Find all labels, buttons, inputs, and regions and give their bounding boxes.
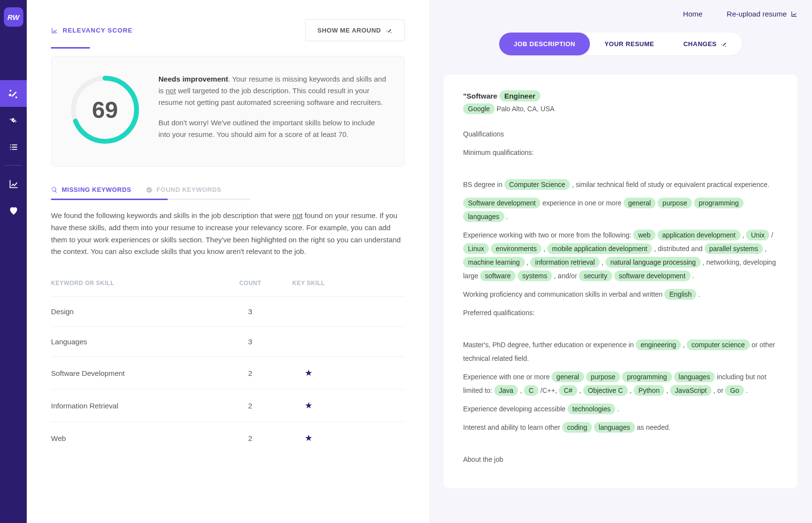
right-panel: Home Re-upload resume JOB DESCRIPTION YO… [429,0,812,523]
cell-keyword: Languages [51,337,221,346]
sidebar: RW [0,0,27,523]
cell-key-skill: ★ [279,433,338,443]
magic-wand-icon [8,88,19,99]
list-icon [8,142,19,152]
header-count: COUNT [221,280,279,287]
right-tabs: JOB DESCRIPTION YOUR RESUME CHANGES [444,33,797,55]
keyword-table-body: Design3Languages3Software Development2★I… [51,296,405,454]
cell-keyword: Design [51,307,221,316]
search-icon [51,186,58,193]
section-title: RELEVANCY SCORE [51,27,133,34]
wand-icon [386,27,393,34]
cell-count: 3 [221,337,279,346]
star-icon: ★ [305,368,312,378]
tab-found-keywords[interactable]: FOUND KEYWORDS [146,186,221,200]
tab-changes-label: CHANGES [683,40,717,48]
tab-found-label: FOUND KEYWORDS [156,186,221,193]
reupload-label: Re-upload resume [727,10,787,18]
table-row[interactable]: Software Development2★ [51,356,405,389]
jd-min-qualifications: Minimum qualifications: [463,146,778,159]
score-advice: But don't worry! We've outlined the impo… [158,117,387,140]
keyword-description: We found the following keywords and skil… [51,210,405,258]
nav-favorites[interactable] [0,197,27,224]
show-me-around-button[interactable]: SHOW ME AROUND [305,19,405,41]
tour-btn-label: SHOW ME AROUND [317,27,381,34]
score-card: 69 Needs improvement. Your resume is mis… [51,56,405,167]
logo[interactable]: RW [4,7,23,27]
jd-pref-qualifications: Preferred qualifications: [463,306,778,320]
tab-missing-label: MISSING KEYWORDS [62,186,131,193]
tab-missing-keywords[interactable]: MISSING KEYWORDS [51,186,131,200]
reupload-link[interactable]: Re-upload resume [727,10,797,18]
keyword-tabs: MISSING KEYWORDS FOUND KEYWORDS [51,186,405,200]
star-icon: ★ [305,401,312,410]
home-link[interactable]: Home [683,10,703,18]
score-text: Needs improvement. Your resume is missin… [158,73,387,149]
table-row[interactable]: Design3 [51,296,405,326]
score-value: 69 [69,73,141,146]
jd-qualifications-heading: Qualifications [463,127,778,141]
left-panel: RELEVANCY SCORE SHOW ME AROUND 69 Needs … [27,0,429,523]
header-keyword: KEYWORD OR SKILL [51,280,221,287]
table-row[interactable]: Web2★ [51,422,405,454]
heart-icon [8,205,19,216]
cell-count: 2 [221,369,279,377]
cell-count: 3 [221,307,279,316]
check-circle-icon [146,186,153,193]
jd-body: Qualifications Minimum qualifications: B… [463,127,778,466]
score-circle: 69 [69,73,141,146]
star-icon: ★ [305,433,312,443]
jd-title: "Software Engineer [463,92,778,100]
nav-targeted[interactable] [0,80,27,107]
job-description-card: "Software Engineer Google Palo Alto, CA,… [444,75,797,488]
cell-key-skill: ★ [279,368,338,378]
cell-key-skill: ★ [279,400,338,411]
chart-line-icon [791,11,797,17]
nav-analytics[interactable] [0,170,27,197]
table-row[interactable]: Languages3 [51,326,405,356]
handshake-icon [8,115,19,126]
tab-changes[interactable]: CHANGES [669,33,742,55]
jd-about-heading: About the job [463,453,778,466]
chart-line-icon [8,179,19,189]
wand-icon [721,41,727,48]
tab-your-resume[interactable]: YOUR RESUME [590,33,669,55]
cell-count: 2 [221,434,279,442]
header-key-skill: KEY SKILL [279,280,338,287]
jd-company-location: Google Palo Alto, CA, USA [463,105,778,113]
section-title-text: RELEVANCY SCORE [63,27,133,34]
nav-handshake[interactable] [0,107,27,134]
cell-keyword: Software Development [51,369,221,377]
table-row[interactable]: Information Retrieval2★ [51,389,405,422]
score-headline: Needs improvement [158,75,228,83]
table-header: KEYWORD OR SKILL COUNT KEY SKILL [51,275,405,296]
nav-list[interactable] [0,134,27,160]
cell-keyword: Information Retrieval [51,402,221,410]
tab-job-description[interactable]: JOB DESCRIPTION [499,33,590,55]
cell-keyword: Web [51,434,221,442]
chart-icon [51,27,58,34]
nav-divider [5,165,22,166]
cell-count: 2 [221,402,279,410]
